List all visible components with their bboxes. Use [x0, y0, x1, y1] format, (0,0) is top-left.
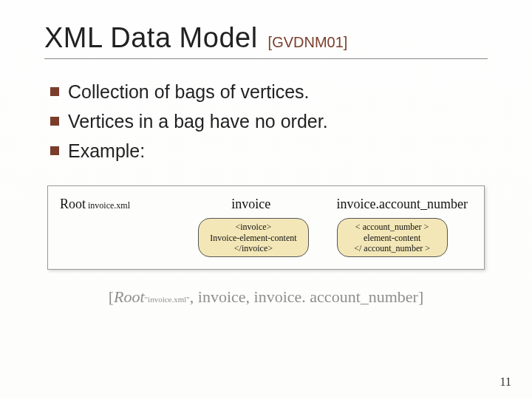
box-slot-empty	[64, 218, 191, 257]
footer-open-bracket: [	[109, 287, 114, 306]
label-root-sub: invoice.xml	[86, 200, 130, 211]
label-account-number: invoice.account_number	[315, 197, 472, 212]
slide: XML Data Model [GVDNM01] Collection of b…	[0, 0, 532, 399]
footer-root-sub: "invoice.xml"	[145, 295, 190, 304]
bullet-text: Vertices in a bag have no order.	[68, 109, 328, 134]
bullet-text: Collection of bags of vertices.	[68, 80, 310, 105]
footer-close-bracket: ]	[418, 287, 423, 306]
node-line: element-content	[348, 233, 437, 243]
box-slot-mid: <invoice> Invoice-element-content </invo…	[191, 218, 317, 257]
bullet-list: Collection of bags of vertices. Vertices…	[50, 80, 488, 163]
label-root: Root invoice.xml	[60, 197, 188, 212]
node-line: < account_number >	[348, 222, 437, 232]
bullet-item: Example:	[50, 139, 488, 164]
node-line: </invoice>	[209, 243, 298, 253]
node-box-invoice: <invoice> Invoice-element-content </invo…	[198, 218, 309, 257]
node-line: Invoice-element-content	[209, 233, 298, 243]
diagram-labels-row: Root invoice.xml invoice invoice.account…	[60, 197, 472, 212]
bullet-item: Collection of bags of vertices.	[50, 80, 488, 105]
title-row: XML Data Model [GVDNM01]	[44, 22, 488, 59]
slide-title: XML Data Model	[44, 22, 258, 54]
box-slot-right: < account_number > element-content </ ac…	[316, 218, 468, 257]
footer-rest: , invoice, invoice. account_number	[190, 287, 418, 306]
label-invoice: invoice	[188, 197, 316, 212]
example-diagram: Root invoice.xml invoice invoice.account…	[47, 185, 485, 270]
page-number: 11	[500, 375, 511, 389]
node-line: </ account_number >	[348, 243, 437, 253]
label-root-main: Root	[60, 197, 86, 211]
node-box-account-number: < account_number > element-content </ ac…	[337, 218, 448, 257]
bullet-square-icon	[50, 117, 59, 126]
bullet-text: Example:	[68, 139, 145, 164]
bullet-square-icon	[50, 87, 59, 96]
diagram-boxes-row: <invoice> Invoice-element-content </invo…	[60, 218, 472, 257]
footer-expression: [Root"invoice.xml", invoice, invoice. ac…	[44, 287, 488, 307]
bullet-item: Vertices in a bag have no order.	[50, 109, 488, 134]
footer-root: Root	[114, 287, 145, 306]
node-line: <invoice>	[209, 222, 298, 232]
bullet-square-icon	[50, 146, 59, 155]
title-citation: [GVDNM01]	[268, 34, 348, 51]
